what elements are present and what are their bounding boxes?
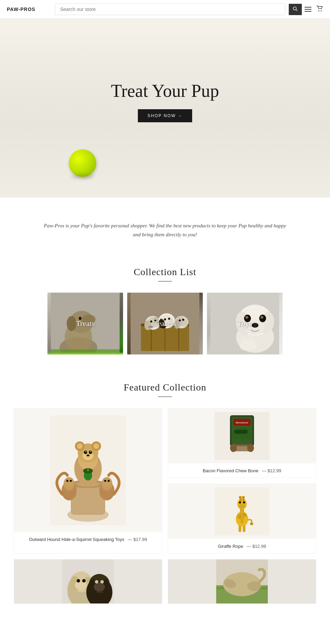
svg-point-108 [239,501,241,504]
svg-point-127 [95,580,98,584]
svg-text:Benebone: Benebone [236,421,249,424]
product-grid: Outward Hound Hide-a-Squirrel Squeaking … [14,408,316,554]
product-card-bottom-left[interactable] [14,559,162,604]
product-row-bottom [14,559,316,604]
svg-point-81 [104,480,106,482]
svg-point-111 [243,513,246,517]
svg-point-0 [293,7,296,10]
svg-point-3 [321,10,322,11]
svg-point-77 [70,480,72,482]
bottom-right-image [168,560,316,604]
site-header: PAW-PROS [0,0,330,19]
collection-heading: Collection List [14,267,316,278]
svg-point-76 [66,480,68,482]
hero-title: Treat Your Pup [111,81,219,101]
svg-point-120 [77,579,80,583]
collection-grid: Treats [14,293,316,354]
featured-heading: Featured Collection [14,382,316,393]
svg-rect-85 [87,468,89,471]
chewbone-price: — $12.99 [262,468,281,473]
ball-shadow [70,174,95,179]
treats-bar [47,353,123,354]
collection-section: Collection List [0,260,330,375]
search-icon [293,7,298,11]
product-card-squirrel[interactable]: Outward Hound Hide-a-Squirrel Squeaking … [14,408,162,554]
svg-point-106 [242,496,245,499]
svg-point-75 [65,477,74,487]
header-icons [305,5,323,13]
product-card-chewbone[interactable]: Benebone Bacon Flavored Chew Bone — $12.… [168,408,316,478]
giraffe-image [168,484,316,539]
chewbone-image: Benebone [168,408,316,463]
squirrel-toy-image [14,408,162,532]
tagline-text: Paw-Pros is your Pup's favorite personal… [41,222,289,239]
collection-card-teasers[interactable]: Teasers [127,293,203,354]
squirrel-toy-illustration [50,415,126,525]
squirrel-toy-name: Outward Hound Hide-a-Squirrel Squeaking … [29,537,124,542]
giraffe-name: Giraffe Rope [218,544,243,549]
svg-point-113 [250,522,253,525]
squirrel-toy-info: Outward Hound Hide-a-Squirrel Squeaking … [14,532,162,546]
tennis-ball [69,149,96,177]
squirrel-toy-price: — $17.99 [128,537,147,542]
svg-point-2 [318,10,319,11]
svg-point-121 [82,579,86,583]
svg-point-94 [242,430,248,434]
chewbone-info: Bacon Flavored Chew Bone — $12.99 [168,463,316,478]
svg-point-82 [108,480,110,482]
svg-point-126 [94,583,105,591]
svg-point-110 [238,514,241,519]
product-card-giraffe[interactable]: Giraffe Rope — $12.99 [168,484,316,554]
svg-point-95 [230,444,237,452]
svg-point-105 [239,496,242,499]
menu-icon[interactable] [305,7,311,12]
bottom-left-illustration [62,560,114,604]
svg-point-112 [241,520,243,523]
hero-section: Treat Your Pup SHOP NOW → [0,19,330,197]
toys-label: Toys [207,315,283,332]
search-input[interactable] [55,3,285,15]
svg-point-65 [77,443,82,449]
featured-divider [158,396,172,397]
search-form [55,3,285,15]
svg-point-72 [87,454,89,456]
giraffe-price: — $12.99 [247,544,266,549]
svg-point-71 [90,451,91,452]
svg-point-70 [85,451,87,452]
chewbone-name: Bacon Flavored Chew Bone [203,468,258,473]
product-card-bottom-right[interactable] [168,559,316,604]
collection-card-toys[interactable]: Toys [207,293,283,354]
svg-point-66 [94,443,99,449]
bottom-right-illustration [216,560,268,604]
svg-point-119 [75,580,87,590]
treats-label: Treats [47,315,123,332]
chewbone-illustration: Benebone [214,412,270,460]
svg-point-80 [102,477,111,487]
site-logo[interactable]: PAW-PROS [7,7,52,12]
collection-card-treats[interactable]: Treats [47,293,123,354]
giraffe-illustration [214,487,270,535]
svg-point-53 [248,339,254,344]
collection-divider [158,281,172,282]
svg-point-96 [247,444,254,452]
giraffe-info: Giraffe Rope — $12.99 [168,539,316,553]
featured-section: Featured Collection [0,375,330,618]
bottom-left-image [14,560,162,604]
svg-point-128 [100,580,104,584]
teasers-label: Teasers [127,315,203,332]
svg-point-107 [239,504,245,509]
svg-line-1 [296,10,297,11]
tagline-section: Paw-Pros is your Pup's favorite personal… [0,197,330,260]
cart-icon[interactable] [316,5,323,13]
svg-point-109 [243,501,245,504]
shop-now-button[interactable]: SHOP NOW → [138,109,192,122]
search-button[interactable] [289,4,302,15]
